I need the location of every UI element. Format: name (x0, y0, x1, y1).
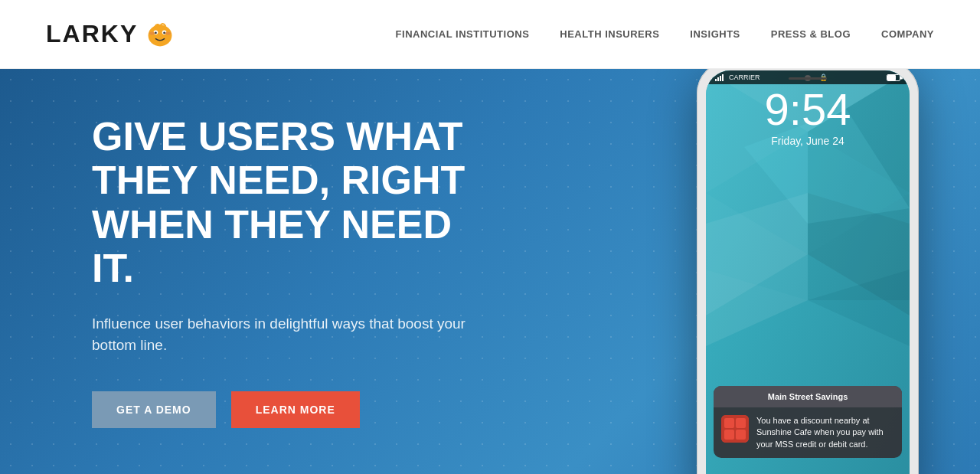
svg-point-0 (149, 25, 172, 46)
hero-section: GIVE USERS WHAT THEY NEED, RIGHT WHEN TH… (0, 69, 980, 474)
phone-status-bar: CARRIER 🔒 (706, 70, 910, 84)
nav-company[interactable]: COMPANY (881, 28, 934, 40)
signal-bar-3 (720, 76, 721, 81)
get-demo-button[interactable]: GET A DEMO (92, 391, 216, 428)
notification-title: Main Street Savings (714, 386, 902, 407)
nav-health-insurers[interactable]: HEALTH INSURERS (560, 28, 659, 40)
nav-insights[interactable]: INSIGHTS (690, 28, 740, 40)
svg-rect-21 (724, 418, 734, 428)
phone-outer: CARRIER 🔒 9:54 Friday, June 24 Main Stre… (697, 69, 919, 474)
hero-headline: GIVE USERS WHAT THEY NEED, RIGHT WHEN TH… (92, 115, 475, 290)
svg-point-5 (149, 31, 155, 34)
battery-icon (887, 74, 900, 81)
header: LARKY FINANCIAL INSTITUTIONS HEALTH INSU… (0, 0, 980, 69)
nav-financial-institutions[interactable]: FINANCIAL INSTITUTIONS (396, 28, 530, 40)
phone-date: Friday, June 24 (706, 135, 910, 147)
signal-bar-1 (715, 79, 717, 81)
svg-point-3 (155, 31, 157, 34)
notification-message: You have a discount nearby at Sunshine C… (756, 415, 894, 450)
nav: FINANCIAL INSTITUTIONS HEALTH INSURERS I… (396, 28, 934, 40)
hero-content: GIVE USERS WHAT THEY NEED, RIGHT WHEN TH… (0, 115, 475, 428)
logo-area: LARKY (46, 18, 176, 51)
svg-rect-24 (736, 430, 746, 440)
nav-press-blog[interactable]: PRESS & BLOG (771, 28, 851, 40)
logo-mascot (144, 18, 176, 51)
svg-point-4 (163, 31, 165, 34)
phone-time: 9:54 (706, 87, 910, 132)
hero-subtext: Influence user behaviors in delightful w… (92, 313, 475, 357)
svg-rect-22 (736, 418, 746, 428)
battery-fill (887, 75, 896, 80)
carrier-signal: CARRIER (715, 74, 760, 81)
notification-app-icon (721, 415, 749, 443)
phone-inner: CARRIER 🔒 9:54 Friday, June 24 Main Stre… (706, 70, 910, 474)
svg-rect-23 (724, 430, 734, 440)
signal-bars (715, 74, 724, 81)
logo-text: LARKY (46, 20, 138, 48)
notification-card: Main Street Savings You have a disco (714, 386, 902, 458)
learn-more-button[interactable]: LEARN MORE (231, 391, 360, 428)
carrier-text: CARRIER (729, 74, 760, 81)
phone-time-area: 9:54 Friday, June 24 (706, 87, 910, 147)
notification-body: You have a discount nearby at Sunshine C… (714, 407, 902, 458)
signal-bar-4 (722, 74, 724, 81)
svg-point-6 (165, 31, 171, 34)
signal-bar-2 (717, 77, 719, 81)
lock-icon: 🔒 (819, 74, 828, 81)
phone-mockup: CARRIER 🔒 9:54 Friday, June 24 Main Stre… (697, 69, 919, 474)
hero-buttons: GET A DEMO LEARN MORE (92, 391, 475, 428)
